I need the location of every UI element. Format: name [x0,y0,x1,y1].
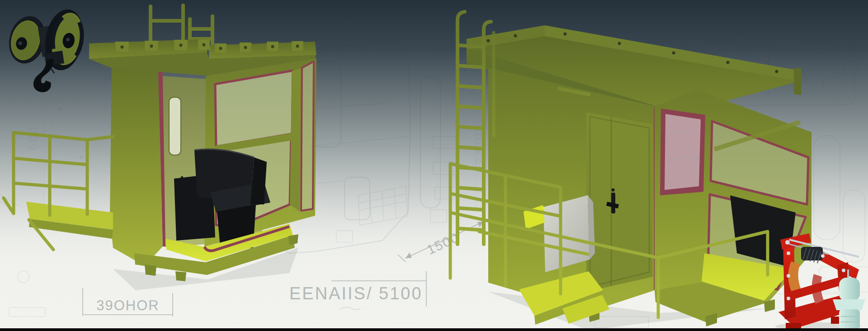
side-window-glass [301,61,314,211]
side-window-glass [665,114,701,190]
roof-corner-post [794,68,801,95]
cabin-left-wall [110,69,163,266]
cabin-door [586,112,653,292]
scene-svg: A [0,0,868,331]
bottom-frame-strip [0,328,868,331]
interior-rear-window [169,97,181,155]
render-composite: A [0,0,868,331]
side-window [660,109,705,195]
